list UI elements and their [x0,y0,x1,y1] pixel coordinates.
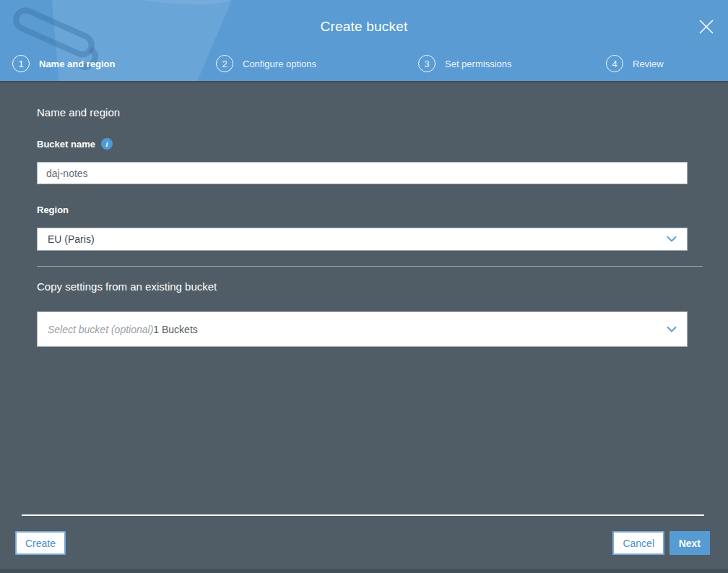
buckets-count: 1 Buckets [153,324,197,335]
step-set-permissions[interactable]: 3 Set permissions [418,55,511,72]
section-divider [37,266,703,267]
step-review[interactable]: 4 Review [606,55,664,72]
region-selected-value: EU (Paris) [48,233,95,245]
dialog-body: Name and region Bucket name i Region EU … [0,81,728,573]
bottom-edge-strip [0,569,728,573]
step-label: Review [633,59,664,69]
step-number-badge: 1 [12,55,30,72]
region-label-text: Region [37,204,69,215]
footer-divider [22,514,704,516]
step-name-and-region[interactable]: 1 Name and region [12,55,115,72]
step-label: Configure options [243,59,316,69]
step-number-badge: 3 [418,55,436,72]
cancel-button[interactable]: Cancel [612,531,664,555]
next-button[interactable]: Next [670,531,710,555]
info-icon[interactable]: i [101,138,113,150]
step-label: Name and region [39,59,115,69]
chevron-down-icon [667,326,677,332]
step-configure-options[interactable]: 2 Configure options [216,55,316,72]
dialog-header: Create bucket 1 Name and region 2 Config… [0,0,728,81]
bucket-name-label: Bucket name i [37,138,113,150]
step-label: Set permissions [445,59,511,69]
chevron-down-icon [667,236,677,243]
copy-settings-bucket-select[interactable]: Select bucket (optional) 1 Buckets [37,311,688,347]
create-bucket-dialog: Create bucket 1 Name and region 2 Config… [0,0,728,573]
bucket-select-placeholder: Select bucket (optional) [48,324,153,335]
step-number-badge: 2 [216,55,233,72]
step-number-badge: 4 [606,55,623,72]
bucket-name-input[interactable] [37,162,688,184]
bucket-name-label-text: Bucket name [37,139,95,150]
wizard-steps: 1 Name and region 2 Configure options 3 … [0,0,728,81]
section-heading-copy-settings: Copy settings from an existing bucket [37,280,217,293]
region-select[interactable]: EU (Paris) [37,228,688,251]
create-button[interactable]: Create [15,531,66,555]
section-heading-name-and-region: Name and region [37,106,120,119]
region-label: Region [37,204,69,215]
